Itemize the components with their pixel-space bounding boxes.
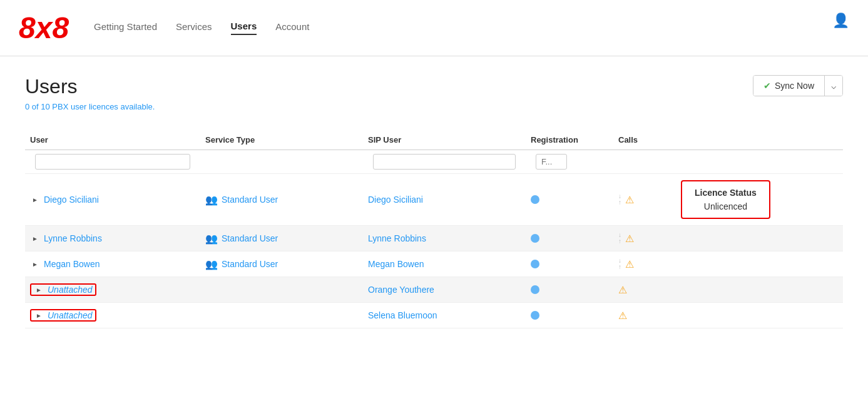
col-registration: Registration bbox=[526, 135, 613, 145]
warning-icon: ⚠ bbox=[625, 194, 634, 206]
sync-dropdown-arrow[interactable]: ⌵ bbox=[825, 76, 842, 96]
sync-now-button[interactable]: ✔ Sync Now bbox=[753, 76, 825, 96]
sip-user[interactable]: Orange Youthere bbox=[368, 285, 434, 295]
main-nav: Getting Started Services Users Account bbox=[94, 21, 849, 35]
licence-info: 0 of 10 PBX user licences available. bbox=[25, 102, 155, 111]
unattached-user-box: ► Unattached bbox=[30, 309, 96, 322]
user-name[interactable]: Unattached bbox=[48, 310, 93, 320]
table-row: ► Lynne Robbins 👥 Standard User Lynne Ro… bbox=[25, 226, 843, 251]
sip-user[interactable]: Diego Siciliani bbox=[368, 195, 423, 205]
users-table: User Service Type SIP User Registration … bbox=[25, 130, 843, 328]
nav-getting-started[interactable]: Getting Started bbox=[94, 21, 157, 34]
sip-user[interactable]: Lynne Robbins bbox=[368, 233, 426, 243]
calls-arrows: ↓ ↑ bbox=[618, 193, 621, 206]
sip-user[interactable]: Selena Bluemoon bbox=[368, 310, 437, 320]
registration-dot bbox=[531, 311, 539, 320]
licence-status-title: Licence Status bbox=[695, 188, 757, 198]
user-name[interactable]: Unattached bbox=[48, 285, 93, 295]
warning-icon: ⚠ bbox=[625, 258, 634, 270]
expand-icon[interactable]: ► bbox=[30, 233, 40, 243]
logo: 8x8 bbox=[19, 13, 69, 43]
table-header-row: User Service Type SIP User Registration … bbox=[25, 130, 843, 150]
warning-icon: ⚠ bbox=[618, 310, 627, 322]
registration-dot bbox=[531, 260, 539, 268]
filter-row bbox=[25, 150, 843, 174]
warning-icon: ⚠ bbox=[618, 284, 627, 296]
sip-user[interactable]: Megan Bowen bbox=[368, 259, 424, 269]
table-row: ► Megan Bowen 👥 Standard User Megan Bowe… bbox=[25, 251, 843, 277]
col-service-type: Service Type bbox=[200, 135, 363, 145]
user-name[interactable]: Lynne Robbins bbox=[44, 233, 102, 243]
sync-check-icon: ✔ bbox=[763, 81, 771, 91]
expand-icon[interactable]: ► bbox=[34, 285, 44, 295]
sync-button[interactable]: ✔ Sync Now ⌵ bbox=[753, 75, 843, 96]
header: 8x8 Getting Started Services Users Accou… bbox=[0, 0, 868, 56]
expand-icon[interactable]: ► bbox=[30, 259, 40, 269]
col-licence-status bbox=[676, 135, 776, 145]
sip-filter-input[interactable] bbox=[373, 154, 516, 170]
service-type[interactable]: Standard User bbox=[222, 259, 278, 269]
user-name[interactable]: Megan Bowen bbox=[44, 259, 100, 269]
calls-arrows: ↓ ↑ bbox=[618, 258, 621, 270]
calls-arrows: ↓ ↑ bbox=[618, 232, 621, 245]
service-type-icon: 👥 bbox=[205, 258, 218, 270]
col-user: User bbox=[25, 135, 200, 145]
service-type-icon: 👥 bbox=[205, 233, 218, 245]
expand-icon[interactable]: ► bbox=[34, 310, 44, 320]
page-title: Users bbox=[25, 75, 155, 98]
main-content: Users 0 of 10 PBX user licences availabl… bbox=[0, 56, 868, 347]
user-avatar-icon[interactable]: 👤 bbox=[832, 13, 849, 28]
sync-label: Sync Now bbox=[775, 81, 814, 91]
header-right: 👤 bbox=[832, 13, 849, 29]
nav-account[interactable]: Account bbox=[275, 21, 309, 34]
user-name[interactable]: Diego Siciliani bbox=[44, 195, 99, 205]
warning-icon: ⚠ bbox=[625, 233, 634, 245]
expand-icon[interactable]: ► bbox=[30, 195, 40, 205]
reg-filter-input[interactable] bbox=[536, 154, 567, 170]
licence-status-value: Unlicenced bbox=[695, 201, 757, 211]
registration-dot bbox=[531, 234, 539, 243]
unattached-user-box: ► Unattached bbox=[30, 283, 96, 296]
toolbar: ✔ Sync Now ⌵ bbox=[753, 75, 843, 96]
licence-status-box: Licence Status Unlicenced bbox=[681, 180, 770, 219]
nav-services[interactable]: Services bbox=[176, 21, 212, 34]
service-type[interactable]: Standard User bbox=[222, 195, 278, 205]
table-row: ► Unattached Selena Bluemoon ⚠ bbox=[25, 303, 843, 328]
table-row: ► Unattached Orange Youthere ⚠ bbox=[25, 277, 843, 303]
service-type-icon: 👥 bbox=[205, 194, 218, 206]
user-filter-input[interactable] bbox=[35, 154, 190, 170]
col-calls: Calls bbox=[613, 135, 676, 145]
table-row: ► Diego Siciliani 👥 Standard User Diego … bbox=[25, 174, 843, 226]
registration-dot bbox=[531, 285, 539, 294]
service-type[interactable]: Standard User bbox=[222, 233, 278, 243]
registration-dot bbox=[531, 195, 539, 204]
nav-users[interactable]: Users bbox=[231, 21, 257, 35]
col-sip-user: SIP User bbox=[363, 135, 526, 145]
